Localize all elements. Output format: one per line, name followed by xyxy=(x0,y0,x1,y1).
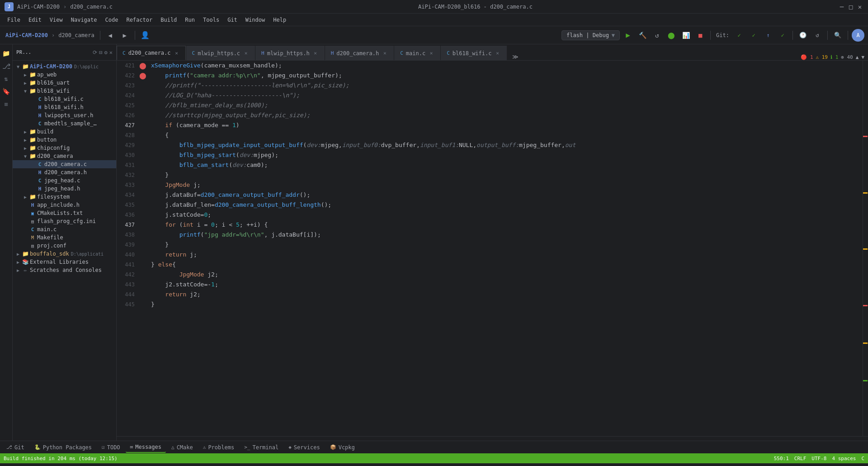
git-push[interactable]: ↑ xyxy=(762,29,774,42)
menu-edit[interactable]: Edit xyxy=(25,16,45,24)
tree-item-jpeg_head_c[interactable]: C jpeg_head.c xyxy=(13,176,116,185)
sidebar-bookmarks-icon[interactable]: 🔖 xyxy=(1,86,12,97)
minimize-button[interactable]: ─ xyxy=(838,3,845,10)
tree-item-external-libs[interactable]: ▶ 📚 External Libraries xyxy=(13,258,116,266)
bottom-tab-messages[interactable]: ✉ Messages xyxy=(126,442,166,453)
tree-item-app_include_h[interactable]: H app_include.h xyxy=(13,201,116,209)
back-button[interactable]: ◀ xyxy=(104,29,117,42)
git-check-2[interactable]: ✓ xyxy=(747,29,760,42)
menu-build[interactable]: Build xyxy=(157,16,180,24)
close-button[interactable]: ✕ xyxy=(856,3,863,10)
tab-close-d200_camera_h[interactable]: ✕ xyxy=(382,50,388,57)
menu-tools[interactable]: Tools xyxy=(199,16,223,24)
user-avatar[interactable]: A xyxy=(852,29,864,42)
tab-close-main_c[interactable]: ✕ xyxy=(428,50,434,57)
status-encoding[interactable]: UTF-8 xyxy=(811,456,826,461)
code-area[interactable]: xSemaphoreGive(camera_muxsem_handle); pr… xyxy=(147,61,863,436)
bottom-tab-python-packages[interactable]: 🐍 Python Packages xyxy=(30,442,96,453)
bottom-tab-todo[interactable]: ☑ TODO xyxy=(97,442,125,453)
status-position[interactable]: 550:1 xyxy=(774,456,789,461)
tab-mlwip_https_c[interactable]: C mlwip_https.c ✕ xyxy=(186,46,255,60)
tab-close-mlwip_https_c[interactable]: ✕ xyxy=(243,50,249,57)
sidebar-project-icon[interactable]: 📁 xyxy=(1,48,12,59)
coverage-button[interactable]: ⬤ xyxy=(665,29,678,42)
tree-item-proj_conf[interactable]: ▤ proj.conf xyxy=(13,242,116,250)
tab-bl618_wifi_c[interactable]: C bl618_wifi.c ✕ xyxy=(441,46,506,60)
scroll-down-btn[interactable]: ▼ xyxy=(861,54,864,60)
tree-item-cmake[interactable]: ▣ CMakeLists.txt xyxy=(13,209,116,217)
tree-item-chipconfig[interactable]: ▶ 📁 chipconfig xyxy=(13,144,116,152)
sidebar-structure-icon[interactable]: ≡ xyxy=(1,99,12,109)
menu-code[interactable]: Code xyxy=(102,16,122,24)
tab-close-d200_camera_c[interactable]: ✕ xyxy=(174,50,180,56)
bottom-tab-services[interactable]: ◈ Services xyxy=(284,442,324,453)
run-button[interactable]: ▶ xyxy=(622,29,634,42)
bottom-tab-git[interactable]: ⎇ Git xyxy=(2,442,29,453)
tabs-more-button[interactable]: ≫ xyxy=(509,53,522,60)
tree-item-button[interactable]: ▶ 📁 button xyxy=(13,136,116,144)
history-button[interactable]: 🕐 xyxy=(797,29,809,42)
tree-item-build[interactable]: ▶ 📁 build xyxy=(13,128,116,136)
close-panel-icon[interactable]: ✕ xyxy=(109,49,113,56)
config-dropdown[interactable]: flash | Debug ▼ xyxy=(561,30,620,40)
tree-item-flash_prog[interactable]: ▤ flash_prog_cfg.ini xyxy=(13,217,116,225)
menu-refactor[interactable]: Refactor xyxy=(123,16,156,24)
undo-button[interactable]: ↺ xyxy=(811,29,824,42)
maximize-button[interactable]: □ xyxy=(847,3,854,10)
bottom-tab-vcpkg[interactable]: 📦 Vcpkg xyxy=(326,442,359,453)
tree-item-d200_camera_c[interactable]: C d200_camera.c xyxy=(13,160,116,168)
menu-git[interactable]: Git xyxy=(224,16,241,24)
tree-item-bl618_wifi[interactable]: ▼ 📁 bl618_wifi xyxy=(13,87,116,95)
bottom-tab-problems[interactable]: ⚠ Problems xyxy=(198,442,239,453)
menu-window[interactable]: Window xyxy=(242,16,269,24)
build-button[interactable]: 🔨 xyxy=(636,29,649,42)
menu-run[interactable]: Run xyxy=(181,16,198,24)
status-lang[interactable]: C xyxy=(861,456,864,461)
sync-icon[interactable]: ⟳ xyxy=(93,49,97,56)
profile-button[interactable]: 👤 xyxy=(139,29,151,42)
tree-item-scratches[interactable]: ▶ ✏ Scratches and Consoles xyxy=(13,266,116,274)
git-check-1[interactable]: ✓ xyxy=(733,29,745,42)
tree-item-filesystem[interactable]: ▶ 📁 filesystem xyxy=(13,193,116,201)
profiler-button[interactable]: 📊 xyxy=(679,29,692,42)
tree-item-main_c[interactable]: C main.c xyxy=(13,225,116,233)
sidebar-pullrequest-icon[interactable]: ⇅ xyxy=(1,73,12,84)
rerun-button[interactable]: ↺ xyxy=(651,29,663,42)
search-button[interactable]: 🔍 xyxy=(831,29,844,42)
status-crlf[interactable]: CRLF xyxy=(794,456,807,461)
gutter-427-marker[interactable]: ⬤ xyxy=(138,61,147,71)
tab-d200_camera_c[interactable]: C d200_camera.c ✕ xyxy=(117,46,186,60)
tree-item-d200_camera_h[interactable]: H d200_camera.h xyxy=(13,168,116,176)
scroll-up-btn[interactable]: ▲ xyxy=(856,54,859,60)
tab-close-mlwip_https_h[interactable]: ✕ xyxy=(312,50,319,57)
forward-button[interactable]: ▶ xyxy=(118,29,131,42)
tree-item-bouffalo_sdk[interactable]: ▶ 📁 bouffalo_sdk D:\applicati xyxy=(13,250,116,258)
tree-item-root[interactable]: ▼ 📁 AiPi-CAM-D200 D:\applic xyxy=(13,62,116,71)
tree-item-bl618_wifi_h[interactable]: H bl618_wifi.h xyxy=(13,103,116,111)
tab-main_c[interactable]: C main.c ✕ xyxy=(394,46,440,60)
tree-item-bl618_wifi_c[interactable]: C bl618_wifi.c xyxy=(13,95,116,103)
sidebar-commit-icon[interactable]: ⎇ xyxy=(1,61,12,71)
tab-mlwip_https_h[interactable]: H mlwip_https.h ✕ xyxy=(255,46,325,60)
collapse-icon[interactable]: ⊟ xyxy=(99,49,102,56)
bottom-tab-terminal[interactable]: >_ Terminal xyxy=(240,442,283,453)
tree-item-jpeg_head_h[interactable]: H jpeg_head.h xyxy=(13,185,116,193)
menu-file[interactable]: File xyxy=(4,16,24,24)
tree-item-d200_camera-folder[interactable]: ▼ 📁 d200_camera xyxy=(13,152,116,160)
stop-button[interactable]: ■ xyxy=(694,29,707,42)
tree-item-mbedtls[interactable]: C mbedtls_sample_c... xyxy=(13,119,116,128)
menu-navigate[interactable]: Navigate xyxy=(67,16,101,24)
tree-item-ap_web[interactable]: ▶ 📁 ap_web xyxy=(13,71,116,79)
tab-close-bl618_wifi_c[interactable]: ✕ xyxy=(495,50,501,57)
git-check-3[interactable]: ✓ xyxy=(776,29,789,42)
bottom-tab-cmake[interactable]: △ CMake xyxy=(167,442,198,453)
settings-icon[interactable]: ⚙ xyxy=(104,49,108,56)
menu-view[interactable]: View xyxy=(46,16,66,24)
tree-item-lwipopts[interactable]: H lwipopts_user.h xyxy=(13,111,116,119)
tree-item-makefile[interactable]: M Makefile xyxy=(13,233,116,242)
gutter-437-marker[interactable]: ⬤ xyxy=(138,71,147,81)
menu-help[interactable]: Help xyxy=(269,16,290,24)
h-scrollbar[interactable] xyxy=(117,436,868,441)
status-indent[interactable]: 4 spaces xyxy=(832,456,856,461)
tab-d200_camera_h[interactable]: H d200_camera.h ✕ xyxy=(325,46,394,60)
